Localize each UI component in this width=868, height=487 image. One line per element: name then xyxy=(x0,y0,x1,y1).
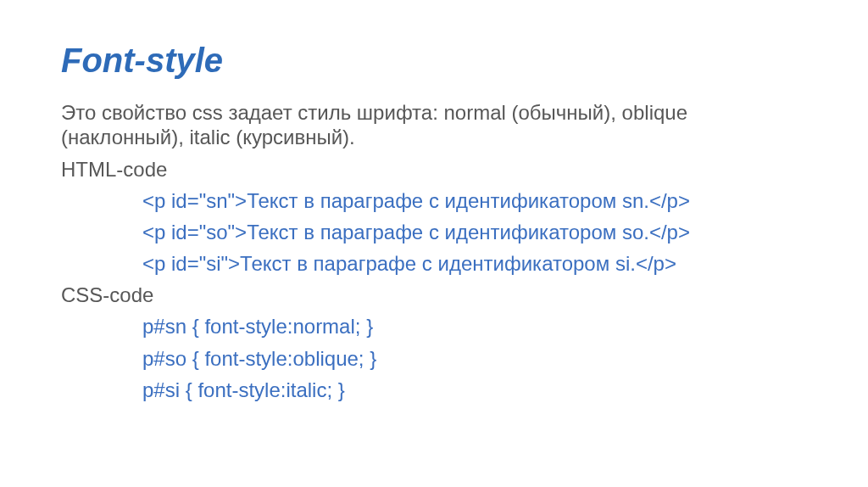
slide-title: Font-style xyxy=(61,41,807,80)
html-code-line: <p id="sn">Текст в параграфе с идентифик… xyxy=(142,185,807,216)
slide: Font-style Это свойство css задает стиль… xyxy=(0,0,868,487)
html-code-line: <p id="so">Текст в параграфе с идентифик… xyxy=(142,216,807,248)
css-code-label: CSS-code xyxy=(61,279,807,311)
css-code-line: p#si { font-style:italic; } xyxy=(142,374,807,406)
description-text: Это свойство css задает стиль шрифта: no… xyxy=(61,100,807,150)
css-code-line: p#so { font-style:oblique; } xyxy=(142,343,807,374)
html-code-line: <p id="si">Текст в параграфе с идентифик… xyxy=(142,248,807,279)
css-code-line: p#sn { font-style:normal; } xyxy=(142,311,807,342)
html-code-label: HTML-code xyxy=(61,154,807,185)
